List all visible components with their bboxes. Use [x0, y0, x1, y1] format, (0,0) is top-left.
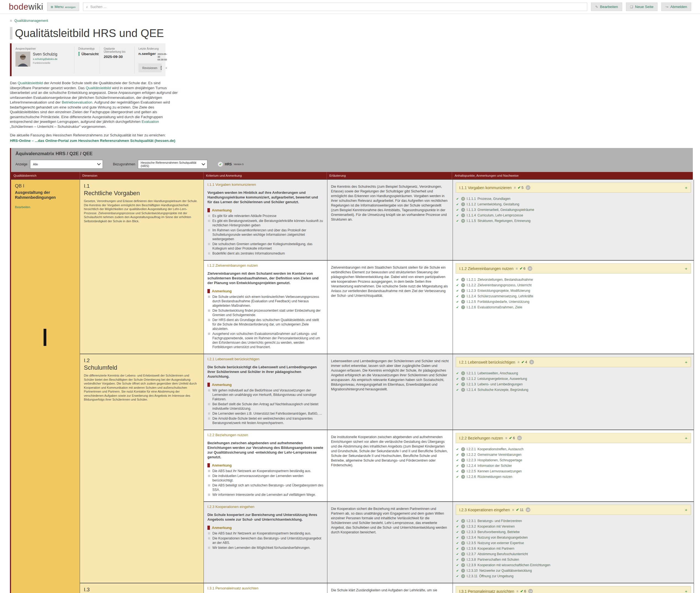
search-input[interactable] [90, 5, 584, 9]
evidence-item-link[interactable]: ✔3I.2.2.4Information der Schüler [455, 463, 691, 469]
expand-plus-icon[interactable]: + [685, 360, 687, 364]
evidence-panel-header[interactable]: I.3.1 Personaleinsatz ausrichten≡✔614+ [455, 586, 691, 593]
logout-icon: ↪ [665, 5, 668, 9]
evidence-item-ref: I.1.1.1 [467, 196, 476, 201]
search-bar[interactable]: ⌕ [83, 2, 587, 11]
logout-button[interactable]: ↪Abmelden [661, 2, 691, 11]
criterion-title-link[interactable]: I.2.1 Lebenswelt berücksichtigen [207, 357, 323, 361]
evidence-item-link[interactable]: ✔2I.2.1.3Lebens- und Lernbedingungen [455, 382, 691, 387]
revisions-plus-icon[interactable]: + [165, 66, 167, 70]
evidence-item-link[interactable]: ✔4I.2.3.11Öffnung zur Umgebung [455, 574, 691, 579]
expand-plus-icon[interactable]: + [685, 589, 687, 593]
evidence-item-link[interactable]: ✔1I.1.1.2Lernentwicklung, Gestaltung [455, 201, 691, 207]
evidence-item-link[interactable]: ✔5I.2.1.4Schulische Konzepte, Begründung [455, 387, 691, 393]
framework-select[interactable]: Hessische Referenzrahmen Schulqualität (… [138, 160, 207, 169]
equivalence-matrix: Äquivalenzmatrix HRS / Q2E / QEE Anzeige… [10, 148, 693, 593]
evidence-item-link[interactable]: ✔2I.2.3.5Nutzung von externer Expertise [455, 540, 691, 546]
evidence-item-link[interactable]: ✔3I.2.3.7Abstimmung Berufsschulunterrich… [455, 551, 691, 557]
evidence-item-link[interactable]: ✔3I.2.2.6Rückmeldungen nutzen [455, 474, 691, 479]
chevron-down-icon [97, 162, 101, 165]
criterion-title-link[interactable]: I.1.2 Zielvereinbarungen nutzen [207, 263, 323, 268]
evidence-item-ref: I.2.1.2 [467, 376, 476, 382]
evidence-item-link[interactable]: ✔3I.2.3.4Nutzung von Beratungsangeboten [455, 535, 691, 540]
check-icon: ✔ [456, 293, 460, 299]
evidence-item-link[interactable]: ✔6I.1.1.1Prozesse, Grundlagen [455, 196, 691, 201]
intro-inline-link[interactable]: Betriebsevaluation [62, 100, 92, 104]
evidence-panel-header[interactable]: I.1.1 Vorgaben kommunizieren≡✔517+ [455, 183, 691, 193]
evidence-item-link[interactable]: ✔3I.2.3.2Kooperation mit Vereinen [455, 524, 691, 529]
evidence-item-label: Gemeinsame Vereinbarungen [477, 452, 521, 458]
evidence-panel-header[interactable]: I.2.2 Beziehungen nutzen≡✔611+ [455, 433, 691, 443]
check-icon: ✔ [456, 458, 460, 463]
evidence-item-ref: I.2.3.4 [467, 535, 476, 540]
breadcrumb-link-qualitaetsmanagement[interactable]: Qualitätsmanagement [14, 19, 48, 23]
dimension-id: I.2 [84, 357, 200, 364]
evidence-item-link[interactable]: ✔1I.2.2.3Hospitationen, Schnuppertage [455, 458, 691, 463]
criterion-row-I.2.3: I.2.3 Kooperationen eingehenDie Schule k… [204, 501, 694, 583]
evidence-item-link[interactable]: ✔1I.2.2.5Kennen Lernvoraussetzungen [455, 469, 691, 474]
evidence-item-link[interactable]: ✔1I.2.1.1Lebenswelten, Anschauung [455, 370, 691, 376]
evidence-item-link[interactable]: ✔1I.2.1.2Leistungsergebnisse, Auswertung [455, 376, 691, 382]
criterion-title-link[interactable]: I.1.1 Vorgaben kommunizieren [207, 183, 323, 187]
app-logo[interactable]: bodewiki [9, 2, 43, 12]
evidence-item-link[interactable]: ✔7I.1.2.6Evaluationsmaßnahmen, Ziele [455, 305, 691, 310]
evidence-cell: I.3.1 Personaleinsatz ausrichten≡✔614+✔5… [452, 583, 694, 593]
check-icon: ✔ [456, 282, 460, 288]
edit-button[interactable]: ✎Bearbeiten [591, 2, 622, 11]
evidence-check-count: 5 [522, 186, 523, 190]
check-icon: ✔ [456, 201, 460, 207]
evidence-item-link[interactable]: ✔2I.2.2.1Kooperationstreffen, Austausch [455, 446, 691, 452]
evidence-item-link[interactable]: ✔4I.1.2.1Zielvorstellungen, Bestandsaufn… [455, 277, 691, 282]
dimension-id: I.3 [84, 587, 200, 593]
contact-email-link[interactable]: s.schulzig@absks.de [33, 57, 57, 61]
evidence-item-count-badge: 3 [461, 464, 465, 468]
evidence-item-link[interactable]: ✔3I.1.1.3Gremienarbeit, Gestaltungsspiel… [455, 207, 691, 212]
evidence-item-link[interactable]: ✔4I.1.2.5Fortbildungsbedarfe, Unterstütz… [455, 299, 691, 305]
expand-plus-icon[interactable]: + [685, 507, 687, 512]
evidence-item-link[interactable]: ✔2I.2.3.1Beratungs- und Förderzentren [455, 518, 691, 524]
evidence-panel-header[interactable]: I.2.3 Kooperationen eingehen≡✔1129+ [455, 505, 691, 515]
criterion-title-link[interactable]: I.2.2 Beziehungen nutzen [207, 433, 323, 437]
display-filter-select[interactable]: Alle [30, 160, 103, 169]
evidence-item-link[interactable]: ✔6I.1.1.5Strukturen, Regelungen, Erinner… [455, 218, 691, 224]
hrs-version-sublabel: Version 5 [233, 163, 243, 166]
evidence-item-link[interactable]: ✔2I.2.3.8Partnerschaften mit Schulen [455, 557, 691, 562]
evidence-panel-header[interactable]: I.1.2 Zielvereinbarungen nutzen≡✔620+ [455, 263, 691, 274]
intro-inline-link[interactable]: Evaluation [141, 120, 159, 124]
evidence-item-link[interactable]: ✔2I.1.2.3Entwicklungsprojekte, Modifizie… [455, 288, 691, 293]
criterion-title-link[interactable]: I.3.1 Personaleinsatz ausrichten [207, 586, 323, 590]
evidence-item-label: Gremienarbeit, Gestaltungsspielräume [477, 207, 534, 212]
evidence-item-link[interactable]: ✔1I.1.2.4Schülerzusammensetzung, Lehrkrä… [455, 293, 691, 299]
evidence-item-link[interactable]: ✔2I.2.3.9Kooperation mit wissenschaftlic… [455, 562, 691, 568]
check-icon: ✔ [520, 589, 523, 593]
hrs-version-toggle[interactable]: ✔ HRS Version 5 [218, 162, 244, 167]
criterion-title-link[interactable]: I.2.3 Kooperationen eingehen [207, 505, 323, 509]
evidence-item-label: Lebens- und Lernbedingungen [477, 382, 522, 387]
expand-plus-icon[interactable]: + [685, 436, 687, 440]
menu-toggle-button[interactable]: ⊞ Menu anzeigen [47, 2, 79, 11]
evidence-item-ref: I.2.3.9 [467, 562, 476, 568]
intro-inline-link[interactable]: Qualitätsleitbild [86, 86, 111, 90]
intro-inline-link[interactable]: Qualitätsleitbild [18, 81, 43, 85]
evidence-item-link[interactable]: ✔1I.2.2.2Gemeinsame Vereinbarungen [455, 452, 691, 458]
evidence-item-link[interactable]: ✔4I.2.3.6Kooperation mit Partnern [455, 546, 691, 551]
qb-edit-link[interactable]: Bearbeiten [15, 205, 30, 209]
expand-plus-icon[interactable]: + [685, 266, 687, 271]
evidence-item-count-badge: 2 [461, 289, 465, 293]
note-item: Im Rahmen von Gesamtkonferenzen und über… [207, 228, 323, 241]
evidence-panel-header[interactable]: I.2.1 Lebenswelt berücksichtigen≡✔49+ [455, 357, 691, 367]
revisions-button[interactable]: Revisionen 2 + [138, 64, 162, 72]
expand-plus-icon[interactable]: + [685, 185, 687, 190]
evidence-item-count-badge: 2 [461, 541, 465, 545]
evidence-item-link[interactable]: ✔1I.1.1.4Curriculum, Lehr-Lernprozesse [455, 212, 691, 218]
evidence-item-link[interactable]: ✔3I.2.3.3Berufsvorbereitung, Betriebe [455, 529, 691, 535]
note-marker-icon [207, 383, 210, 387]
explanation-cell: Die Schule klärt Zuständigkeiten und Auf… [327, 583, 452, 593]
evidence-item-ref: I.1.2.3 [467, 288, 476, 293]
evidence-item-count-badge: 1 [461, 453, 465, 457]
evidence-item-link[interactable]: ✔1I.2.3.10Netzwerke zur Qualitätsentwick… [455, 568, 691, 574]
hrs-online-link[interactable]: HRS-Online – ...das Online-Portal zum He… [10, 138, 175, 143]
evidence-item-link[interactable]: ✔2I.1.2.2Zielvereinbarungsprozess, Unter… [455, 282, 691, 288]
check-icon: ✔ [456, 212, 460, 218]
new-page-button[interactable]: ❏Neue Seite [626, 2, 658, 11]
